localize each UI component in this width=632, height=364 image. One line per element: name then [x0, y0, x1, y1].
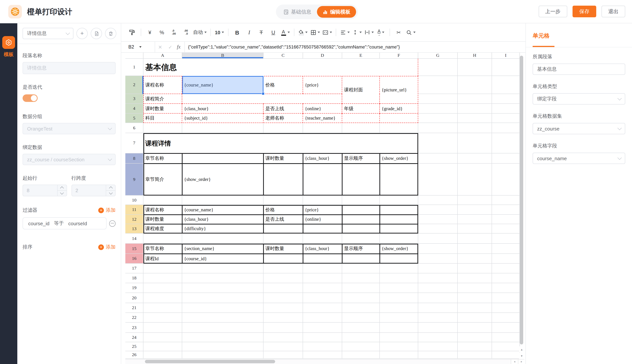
start-row-stepper[interactable]: 8 — [23, 185, 67, 196]
cell-A11[interactable]: 课程名称 — [143, 205, 182, 215]
cell-B15[interactable]: {section_name} — [182, 244, 263, 254]
row-header-1[interactable]: 1 — [125, 59, 143, 76]
stepper-down-icon[interactable] — [57, 191, 67, 196]
vertical-scrollbar-thumb[interactable] — [520, 56, 523, 344]
borders-dropdown[interactable] — [309, 28, 321, 37]
cell-B2[interactable]: {course_name} — [182, 76, 263, 94]
template-rail-button[interactable] — [2, 36, 15, 49]
cell-F8[interactable]: {show_order} — [380, 154, 418, 164]
row-header-21[interactable]: 21 — [125, 303, 143, 313]
row-header-9[interactable]: 9 — [125, 164, 143, 196]
stepper-up-icon[interactable] — [106, 185, 115, 191]
col-header-C[interactable]: C — [263, 53, 303, 59]
col-header-A[interactable]: A — [143, 53, 182, 59]
cell-C5[interactable]: 老师名称 — [263, 114, 303, 123]
cell-section-input[interactable]: 基本信息 — [533, 64, 625, 75]
col-header-F[interactable]: F — [380, 53, 418, 59]
italic-icon[interactable]: I — [243, 28, 255, 37]
row-header-20[interactable]: 20 — [125, 293, 143, 303]
confirm-icon[interactable]: ✓ — [168, 44, 172, 50]
number-format-dropdown[interactable]: 自动 — [192, 28, 208, 37]
cell-A4[interactable]: 课时数量 — [143, 104, 182, 114]
save-button[interactable]: 保存 — [572, 6, 596, 17]
cell-A15[interactable]: 章节名称 — [143, 244, 182, 254]
row-header-2[interactable]: 2 — [125, 76, 143, 94]
selection-fill-handle[interactable] — [262, 92, 265, 95]
row-header-22[interactable]: 22 — [125, 313, 143, 323]
col-header-B[interactable]: B — [182, 53, 263, 59]
prev-step-button[interactable]: 上一步 — [538, 6, 567, 17]
row-header-4[interactable]: 4 — [125, 104, 143, 114]
cell-A8[interactable]: 章节名称 — [143, 154, 182, 164]
add-section-button[interactable]: + — [76, 28, 88, 39]
col-header-I[interactable]: I — [492, 53, 520, 59]
cell-A2[interactable]: 课程名称 — [143, 76, 182, 94]
cell-E8[interactable]: 显示顺序 — [342, 154, 380, 164]
row-header-14[interactable]: 14 — [125, 234, 143, 244]
cell-A1[interactable]: 基本信息 — [143, 59, 418, 76]
currency-format-icon[interactable]: ¥ — [144, 28, 156, 37]
row-header-26[interactable]: 26 — [125, 351, 143, 359]
increase-decimals-icon[interactable]: .00.0 — [180, 28, 192, 37]
vertical-align-dropdown[interactable] — [351, 28, 363, 37]
row-header-19[interactable]: 19 — [125, 283, 143, 293]
cell-F15[interactable]: {show_order} — [380, 244, 418, 254]
cell-D15[interactable]: {class_hour} — [303, 244, 342, 254]
row-header-10[interactable]: 10 — [125, 196, 143, 205]
row-header-7[interactable]: 7 — [125, 133, 143, 154]
text-color-dropdown[interactable]: A — [279, 28, 291, 37]
percent-format-icon[interactable]: % — [156, 28, 168, 37]
underline-icon[interactable]: U — [267, 28, 279, 37]
cell-A3[interactable]: 课程简介 — [143, 94, 182, 104]
cell-E2[interactable]: 课程封面 — [342, 76, 380, 104]
merge-cells-dropdown[interactable] — [321, 28, 333, 37]
cell-C8[interactable]: 课时数量 — [263, 154, 303, 164]
scroll-right-button[interactable]: ▸ — [518, 360, 525, 364]
grid-corner[interactable] — [125, 53, 143, 59]
row-header-25[interactable]: 25 — [125, 342, 143, 351]
row-header-18[interactable]: 18 — [125, 274, 143, 283]
row-header-5[interactable]: 5 — [125, 114, 143, 123]
exit-button[interactable]: 退出 — [601, 6, 625, 17]
cut-icon[interactable]: ✂ — [393, 28, 405, 37]
row-header-16[interactable]: 16 — [125, 254, 143, 264]
cell-C15[interactable]: 课时数量 — [263, 244, 303, 254]
cell-F2[interactable]: {picture_url} — [380, 76, 418, 104]
row-header-24[interactable]: 24 — [125, 333, 143, 342]
delete-section-button[interactable] — [105, 28, 116, 39]
fx-icon[interactable]: fx — [177, 44, 181, 50]
cell-D5[interactable]: {teacher_name} — [303, 114, 342, 123]
cell-B16[interactable]: {course_id} — [182, 254, 263, 264]
cell-D11[interactable]: {price} — [303, 205, 342, 215]
cell-E4[interactable]: 年级 — [342, 104, 380, 114]
row-header-13[interactable]: 13 — [125, 224, 143, 234]
scroll-left-button[interactable]: ◂ — [511, 360, 518, 364]
paint-format-icon[interactable] — [126, 28, 138, 37]
scroll-up-button[interactable]: ▲ — [519, 346, 524, 352]
group-select[interactable]: OrangeTest — [23, 123, 116, 134]
cell-A13[interactable]: 课程难度 — [143, 224, 182, 234]
row-header-8[interactable]: 8 — [125, 154, 143, 164]
cell-A16[interactable]: 课程Id — [143, 254, 182, 264]
text-rotate-dropd own[interactable]: A→ — [375, 28, 387, 37]
cell-C12[interactable]: 是否上线 — [263, 215, 303, 224]
cell-type-select[interactable]: 绑定字段 — [533, 93, 625, 104]
cell-A7[interactable]: 课程详情 — [143, 133, 418, 154]
row-header-17[interactable]: 17 — [125, 264, 143, 274]
cell-B12[interactable]: {class_hour} — [182, 215, 263, 224]
col-header-E[interactable]: E — [342, 53, 380, 59]
row-header-6[interactable]: 6 — [125, 123, 143, 133]
col-header-D[interactable]: D — [303, 53, 342, 59]
cell-B13[interactable]: {difficulty} — [182, 224, 263, 234]
add-sort-button[interactable]: + 添加 — [98, 244, 116, 250]
text-wrap-dropdown[interactable] — [363, 28, 375, 37]
remove-filter-icon[interactable] — [109, 220, 116, 226]
tab-edit-template[interactable]: 编辑模板 — [317, 6, 356, 18]
cell-C11[interactable]: 价格 — [263, 205, 303, 215]
col-header-G[interactable]: G — [418, 53, 458, 59]
bind-data-select[interactable]: zz_course / courseSection — [23, 154, 116, 165]
cell-dataset-select[interactable]: zz_course — [533, 123, 625, 134]
row-header-11[interactable]: 11 — [125, 205, 143, 215]
cell-field-select[interactable]: course_name — [533, 153, 625, 164]
fill-color-dropdown[interactable] — [297, 28, 309, 37]
